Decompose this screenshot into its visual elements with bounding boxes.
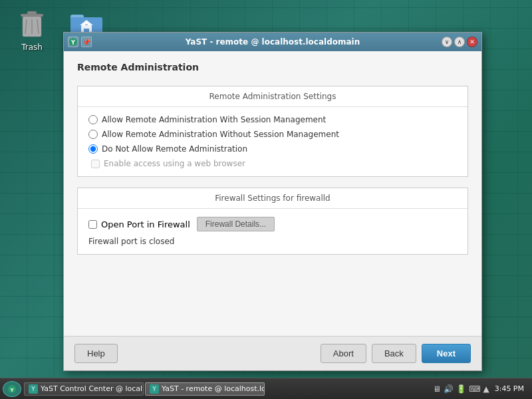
title-bar-controls: ∨ ∧ ✕ <box>442 37 477 47</box>
taskbar-item-1-label: YaST - remote @ localhost.locald... <box>162 384 265 393</box>
trash-label: Trash <box>21 43 43 52</box>
taskbar-item-0[interactable]: Y YaST Control Center @ localhost.lo... <box>24 382 144 396</box>
next-button[interactable]: Next <box>422 344 471 363</box>
clock: 3:45 PM <box>492 384 527 393</box>
remote-admin-settings-box: Remote Administration Settings Allow Rem… <box>77 86 468 177</box>
bottom-bar: Help Abort Back Next <box>64 336 481 370</box>
svg-text:Y: Y <box>70 40 75 46</box>
help-button[interactable]: Help <box>74 344 118 363</box>
radio-no-remote-label: Do Not Allow Remote Administration <box>102 144 247 154</box>
svg-rect-11 <box>85 24 88 25</box>
volume-tray-icon[interactable]: 🔊 <box>444 384 454 394</box>
yast-logo-btn[interactable]: Y <box>68 37 78 47</box>
maximize-button[interactable]: ∧ <box>454 37 465 47</box>
svg-rect-1 <box>27 11 37 15</box>
radio-with-session[interactable]: Allow Remote Administration With Session… <box>88 115 457 124</box>
desktop: Trash Y <box>0 0 532 399</box>
firewall-settings-box: Firewall Settings for firewalld Open Por… <box>77 188 468 255</box>
remote-admin-section-title: Remote Administration Settings <box>78 86 467 107</box>
minimize-button[interactable]: ∨ <box>442 37 452 47</box>
taskbar-items: Y YaST Control Center @ localhost.lo... … <box>24 382 433 396</box>
page-title: Remote Administration <box>77 62 468 72</box>
close-button[interactable]: ✕ <box>467 37 477 47</box>
firewall-status: Firewall port is closed <box>88 237 457 246</box>
battery-tray-icon[interactable]: 🔋 <box>456 384 466 394</box>
web-browser-label: Enable access using a web browser <box>104 159 245 168</box>
trash-desktop-icon[interactable]: Trash <box>5 5 59 55</box>
radio-without-session[interactable]: Allow Remote Administration Without Sess… <box>88 130 457 139</box>
keyboard-tray-icon[interactable]: ⌨ <box>469 384 480 394</box>
arrow-up-icon[interactable]: ▲ <box>483 384 489 394</box>
taskbar: Y Y YaST Control Center @ localhost.lo..… <box>0 378 532 399</box>
firewall-open-port-row: Open Port in Firewall Firewall Details..… <box>88 217 457 231</box>
network-tray-icon[interactable]: 🖥 <box>433 384 441 394</box>
taskbar-tray: 🖥 🔊 🔋 ⌨ ▲ 3:45 PM <box>433 384 529 394</box>
window-title: YaST - remote @ localhost.localdomain <box>186 37 360 47</box>
title-bar-left: Y 📌 <box>68 37 92 47</box>
bottom-right-buttons: Abort Back Next <box>321 344 471 363</box>
taskbar-item-1-icon: Y <box>150 384 159 394</box>
radio-without-session-label: Allow Remote Administration Without Sess… <box>102 130 339 139</box>
taskbar-item-0-label: YaST Control Center @ localhost.lo... <box>41 384 144 393</box>
web-browser-checkbox[interactable] <box>91 160 100 168</box>
trash-icon-image <box>16 8 48 40</box>
svg-text:Y: Y <box>9 388 14 393</box>
title-bar: Y 📌 YaST - remote @ localhost.localdomai… <box>64 33 481 51</box>
yast-window: Y 📌 YaST - remote @ localhost.localdomai… <box>63 32 482 371</box>
taskbar-item-1[interactable]: Y YaST - remote @ localhost.locald... <box>145 382 265 396</box>
web-browser-option: Enable access using a web browser <box>88 159 457 168</box>
remote-admin-content: Allow Remote Administration With Session… <box>78 107 467 176</box>
radio-without-session-input[interactable] <box>88 130 98 139</box>
open-port-label[interactable]: Open Port in Firewall <box>88 219 190 229</box>
back-button[interactable]: Back <box>372 344 416 363</box>
pin-btn[interactable]: 📌 <box>81 37 92 47</box>
radio-with-session-label: Allow Remote Administration With Session… <box>102 115 326 124</box>
start-button[interactable]: Y <box>3 381 21 397</box>
radio-no-remote[interactable]: Do Not Allow Remote Administration <box>88 144 457 154</box>
firewall-section-title: Firewall Settings for firewalld <box>78 188 467 209</box>
open-port-text: Open Port in Firewall <box>101 219 190 229</box>
radio-no-remote-input[interactable] <box>88 144 98 154</box>
firewall-details-button[interactable]: Firewall Details... <box>197 217 275 231</box>
abort-button[interactable]: Abort <box>321 344 366 363</box>
bottom-left-buttons: Help <box>74 344 118 363</box>
taskbar-item-0-icon: Y <box>29 384 38 394</box>
firewall-content: Open Port in Firewall Firewall Details..… <box>78 209 467 254</box>
radio-with-session-input[interactable] <box>88 115 98 124</box>
content-area: Remote Administration Remote Administrat… <box>64 51 481 336</box>
open-port-checkbox[interactable] <box>88 220 97 229</box>
